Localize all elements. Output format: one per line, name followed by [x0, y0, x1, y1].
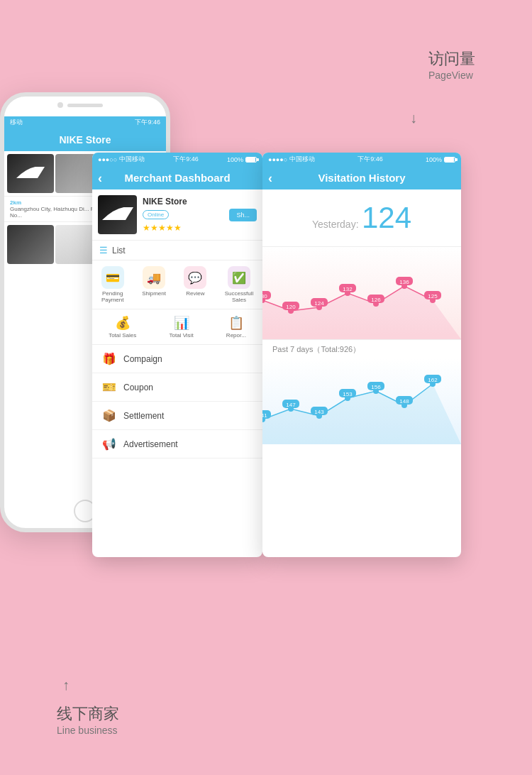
page-view-label: 访问量 PageView	[428, 48, 475, 81]
chart-total-label: Past 7 days（Total:926）	[262, 339, 461, 359]
visitation-back-button[interactable]: ‹	[268, 170, 272, 185]
merchant-review[interactable]: 💬 Review	[184, 266, 206, 303]
iphone-speaker	[67, 104, 103, 107]
iphone-status-carrier: 移动	[10, 118, 23, 127]
merchant-shipment[interactable]: 🚚 Shipment	[142, 266, 166, 303]
merchant-store-row[interactable]: NIKE Store Online ★★★★★ Sh...	[92, 189, 262, 241]
visitation-battery-fill	[445, 158, 454, 162]
svg-text:132: 132	[343, 286, 353, 292]
bottom-chart: 141 147 143 153 156 148 162	[262, 359, 461, 444]
merchant-advertisement-item[interactable]: 📢 Advertisement	[92, 430, 262, 458]
svg-text:156: 156	[371, 384, 381, 390]
settlement-icon: 📦	[102, 409, 116, 422]
yesterday-label: Yesterday:	[312, 219, 359, 230]
page-view-zh: 访问量	[428, 48, 475, 70]
coupon-icon: 🎫	[102, 380, 116, 394]
merchant-time: 下午9:46	[173, 155, 199, 164]
visitation-title: Visitation History	[318, 172, 405, 184]
merchant-stats-row: 💰 Total Sales 📊 Total Visit 📋 Repor...	[92, 309, 262, 345]
campaign-icon: 🎁	[102, 352, 116, 365]
settlement-label: Settlement	[123, 411, 164, 421]
pending-payment-icon: 💳	[101, 266, 124, 289]
battery-fill	[246, 158, 255, 162]
store-image-4	[7, 225, 54, 264]
review-icon: 💬	[184, 266, 206, 289]
visitation-battery-icon	[444, 157, 455, 163]
successful-sales-label: SuccessfullSales	[225, 290, 253, 303]
merchant-store-name: NIKE Store	[143, 197, 223, 207]
merchant-successful-sales[interactable]: ✅ SuccessfullSales	[225, 266, 253, 303]
svg-text:153: 153	[343, 391, 353, 397]
merchant-total-visit[interactable]: 📊 Total Visit	[170, 315, 194, 339]
merchant-signal-dots: ●●●○○	[98, 156, 117, 163]
svg-text:148: 148	[399, 398, 409, 405]
merchant-online-badge: Online	[143, 210, 169, 219]
review-label: Review	[186, 290, 204, 297]
merchant-list-label: List	[112, 246, 126, 255]
line-business-zh: 线下商家	[57, 703, 119, 725]
page-view-en: PageView	[428, 70, 475, 81]
svg-text:130: 130	[262, 293, 267, 299]
svg-text:147: 147	[286, 402, 296, 408]
merchant-store-info: NIKE Store Online ★★★★★	[143, 197, 223, 233]
iphone-store-header: NIKE Store	[4, 128, 166, 151]
merchant-coupon-item[interactable]: 🎫 Coupon	[92, 373, 262, 402]
total-visit-label: Total Visit	[170, 332, 194, 339]
iphone-status-time: 下午9:46	[135, 118, 160, 127]
line-business-en: Line business	[57, 725, 119, 736]
iphone-camera	[57, 102, 63, 108]
top-chart: 130 120 124 132 126 136 125	[262, 247, 461, 339]
total-sales-icon: 💰	[115, 315, 131, 331]
svg-text:124: 124	[314, 300, 324, 307]
merchant-total-sales[interactable]: 💰 Total Sales	[109, 315, 136, 339]
coupon-label: Coupon	[123, 383, 153, 392]
visitation-header: ‹ Visitation History	[262, 166, 461, 189]
store-image-1	[7, 154, 54, 193]
campaign-label: Compaign	[123, 354, 162, 364]
report-label: Repor...	[226, 332, 246, 339]
svg-text:162: 162	[428, 377, 438, 383]
visitation-status-bar: ●●●●○ 中国移动 下午9:46 100%	[262, 153, 461, 166]
svg-text:120: 120	[286, 304, 296, 310]
visitation-signal: ●●●●○	[268, 156, 287, 163]
merchant-status-bar: ●●●○○ 中国移动 下午9:46 100%	[92, 153, 262, 166]
iphone-status-bar: 移动 下午9:46	[4, 116, 166, 128]
merchant-search-button[interactable]: Sh...	[229, 209, 257, 221]
total-visit-icon: 📊	[174, 315, 189, 331]
merchant-list-row[interactable]: ☰ List	[92, 241, 262, 260]
merchant-pending-payment[interactable]: 💳 PendingPayment	[101, 266, 124, 303]
svg-text:125: 125	[428, 293, 438, 299]
merchant-dashboard-screen: ●●●○○ 中国移动 下午9:46 100% ‹ Merchant Dashbo…	[92, 153, 262, 557]
pending-payment-label: PendingPayment	[101, 290, 124, 303]
merchant-menu: 🎁 Compaign 🎫 Coupon 📦 Settlement 📢 Adver…	[92, 345, 262, 458]
merchant-stars: ★★★★★	[143, 223, 223, 233]
merchant-store-image	[98, 195, 137, 234]
merchant-report[interactable]: 📋 Repor...	[226, 315, 246, 339]
merchant-battery-label: 100%	[227, 156, 243, 163]
merchant-battery-icon	[245, 157, 257, 163]
svg-text:141: 141	[262, 412, 267, 419]
merchant-nike-logo	[102, 207, 133, 223]
report-icon: 📋	[228, 315, 244, 331]
merchant-back-button[interactable]: ‹	[98, 170, 102, 185]
yesterday-value: 124	[362, 201, 411, 234]
yesterday-stat: Yesterday: 124	[262, 189, 461, 247]
line-business-label: 线下商家 Line business	[57, 703, 119, 736]
svg-text:136: 136	[399, 279, 409, 285]
visitation-carrier: 中国移动	[289, 155, 315, 164]
advertisement-label: Advertisement	[123, 439, 178, 449]
shipment-icon: 🚚	[143, 266, 165, 289]
iphone-store-name: NIKE Store	[59, 134, 111, 145]
merchant-settlement-item[interactable]: 📦 Settlement	[92, 402, 262, 430]
merchant-list-icon: ☰	[99, 245, 108, 255]
visitation-history-screen: ●●●●○ 中国移动 下午9:46 100% ‹ Visitation Hist…	[262, 153, 461, 557]
arrow-down-icon: ↓	[410, 110, 417, 126]
merchant-campaign-item[interactable]: 🎁 Compaign	[92, 345, 262, 373]
visitation-battery-label: 100%	[426, 156, 442, 163]
arrow-up-icon: ↑	[62, 677, 70, 693]
svg-text:126: 126	[371, 297, 381, 303]
merchant-title: Merchant Dashboard	[124, 172, 230, 184]
successful-sales-icon: ✅	[228, 266, 250, 289]
merchant-header: ‹ Merchant Dashboard	[92, 166, 262, 189]
svg-text:143: 143	[314, 409, 324, 415]
